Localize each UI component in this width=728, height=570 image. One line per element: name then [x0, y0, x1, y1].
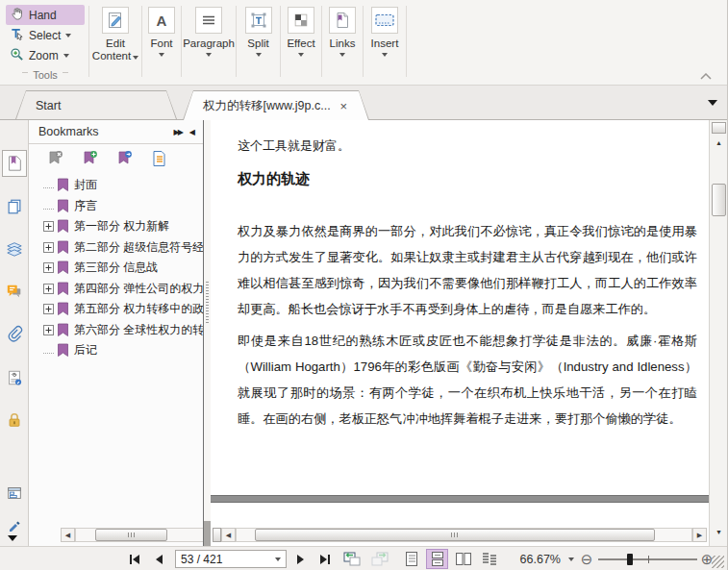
expand-current-bookmark-icon[interactable]	[150, 149, 167, 166]
scrollbar-thumb[interactable]	[95, 529, 167, 541]
ribbon-toolbar: Hand Select Zoom Tools Edit Content A Fo…	[0, 0, 727, 86]
security-panel-icon[interactable]	[5, 410, 24, 430]
edit-content-button[interactable]: Edit Content	[89, 0, 141, 85]
scrollbar-track[interactable]	[236, 528, 692, 542]
scroll-up-icon[interactable]: ▲	[712, 136, 726, 149]
zoom-out-button[interactable]: ⊖	[578, 547, 595, 570]
previous-view-button[interactable]	[340, 547, 364, 570]
layers-panel-icon[interactable]	[5, 239, 24, 259]
tab-start[interactable]: Start	[15, 90, 177, 119]
window-resize-grip[interactable]	[712, 556, 724, 568]
scrollbar-split-box[interactable]	[712, 122, 726, 134]
bookmark-item[interactable]: 第四部分 弹性公司的权力	[29, 279, 203, 300]
collapse-ribbon-icon[interactable]	[700, 69, 712, 83]
zoom-level-value[interactable]: 66.67%	[505, 547, 561, 570]
main-workspace: Bookmarks ▶▶ ◀ 封面	[0, 120, 728, 546]
insert-button[interactable]: Insert	[364, 0, 406, 85]
tab-list-dropdown-icon[interactable]	[708, 100, 717, 106]
scrollbar-thumb[interactable]	[712, 184, 726, 216]
hand-tool-button[interactable]: Hand	[6, 5, 85, 25]
bookmark-item[interactable]: 后记	[29, 340, 203, 361]
facing-view-button[interactable]	[452, 549, 474, 569]
document-vertical-scrollbar[interactable]: ▲ ▼	[709, 120, 728, 546]
expand-node-icon[interactable]	[43, 325, 54, 335]
first-page-button[interactable]	[125, 547, 144, 570]
expand-node-icon[interactable]	[43, 262, 54, 273]
bookmark-flag-icon	[57, 240, 69, 255]
single-page-view-button[interactable]	[400, 549, 422, 569]
links-button[interactable]: Links	[322, 0, 363, 85]
select-tool-button[interactable]: Select	[6, 25, 85, 45]
font-button[interactable]: A Font	[142, 0, 181, 85]
bookmark-item[interactable]: 封面	[29, 175, 203, 196]
expand-panel-icon[interactable]: ▶▶	[174, 128, 182, 136]
zoom-tool-button[interactable]: Zoom	[6, 45, 85, 65]
paragraph-button[interactable]: Paragraph	[182, 0, 236, 85]
bookmark-item[interactable]: 序言	[29, 196, 203, 217]
continuous-facing-view-button[interactable]	[478, 549, 500, 569]
status-bar: 53 / 421 66.67% ⊖ ⊕	[0, 546, 727, 570]
delete-bookmark-icon[interactable]	[46, 149, 63, 166]
zoom-slider-track[interactable]	[598, 558, 697, 560]
bookmark-item[interactable]: 第三部分 信息战	[29, 258, 203, 279]
document-line: 这个工具就是财富。	[238, 137, 350, 155]
bookmark-item[interactable]: 第一部分 权力新解	[29, 216, 203, 237]
expand-node-icon[interactable]	[43, 304, 54, 314]
expand-node-icon[interactable]	[43, 221, 54, 232]
pages-panel-icon[interactable]	[5, 197, 24, 216]
comments-panel-icon[interactable]	[5, 282, 24, 301]
bookmark-label: 序言	[74, 198, 97, 214]
bookmarks-panel-title: Bookmarks	[38, 125, 99, 138]
bookmark-label: 第二部分 超级信息符号经济	[74, 239, 203, 256]
bookmarks-panel: Bookmarks ▶▶ ◀ 封面	[29, 120, 203, 546]
attachments-panel-icon[interactable]	[5, 324, 24, 343]
document-page-view[interactable]: 这个工具就是财富。 权力的轨迹 权力及暴力依然是商界的一部分，对此我们不必惊诧，…	[211, 120, 709, 546]
page-number-input[interactable]: 53 / 421	[175, 550, 287, 568]
scroll-left-icon[interactable]: ◀	[221, 528, 236, 542]
insert-label: Insert	[371, 37, 399, 50]
collapse-panel-icon[interactable]: ◀	[189, 128, 195, 136]
add-bookmark-icon[interactable]	[81, 149, 98, 166]
more-panels-dropdown-icon[interactable]	[8, 535, 17, 541]
tab-document[interactable]: 权力的转移[www.j9p.c... ×	[183, 90, 369, 120]
tab-close-icon[interactable]: ×	[338, 100, 349, 112]
scroll-down-icon[interactable]: ▼	[712, 525, 726, 538]
panel-splitter[interactable]	[203, 120, 211, 546]
scrollbar-thumb[interactable]	[255, 529, 655, 541]
next-page-icon	[296, 554, 306, 565]
scrollbar-track[interactable]	[75, 528, 203, 542]
bookmark-flag-icon	[57, 282, 69, 296]
bookmark-flag-icon	[57, 199, 69, 213]
bookmark-item[interactable]: 第二部分 超级信息符号经济	[29, 237, 203, 259]
bookmarks-panel-icon[interactable]	[5, 154, 24, 173]
next-page-button[interactable]	[293, 547, 309, 570]
last-page-button[interactable]	[315, 547, 335, 570]
expand-node-icon[interactable]	[43, 242, 54, 253]
zoom-slider-thumb[interactable]	[627, 554, 633, 565]
annotations-panel-icon[interactable]	[5, 516, 24, 535]
bookmarks-horizontal-scrollbar[interactable]: ◀ ▶	[61, 528, 203, 542]
split-dropdown-arrow-icon	[256, 53, 262, 57]
bookmark-item[interactable]: 第五部分 权力转移中的政治	[29, 299, 203, 320]
continuous-view-button[interactable]	[426, 549, 448, 569]
document-heading: 权力的轨迹	[238, 170, 310, 188]
zoom-dropdown-button[interactable]	[565, 547, 577, 570]
paragraph-label: Paragraph	[183, 37, 235, 50]
expand-node-icon[interactable]	[43, 284, 54, 294]
next-view-button[interactable]	[368, 547, 391, 570]
scroll-right-icon[interactable]: ▶	[692, 528, 707, 542]
split-button[interactable]: Split	[237, 0, 280, 85]
scrollbar-split-box[interactable]	[213, 528, 221, 542]
bookmark-item[interactable]: 第六部分 全球性权力的转移	[29, 320, 203, 341]
document-horizontal-scrollbar[interactable]: ◀ ▶	[213, 528, 707, 542]
last-page-icon	[318, 554, 332, 565]
signatures-panel-icon[interactable]	[5, 368, 24, 387]
zoom-slider[interactable]	[598, 547, 697, 570]
go-to-bookmark-icon[interactable]	[115, 149, 133, 166]
tree-connector	[43, 347, 54, 354]
bookmark-label: 后记	[74, 342, 97, 359]
previous-page-button[interactable]	[151, 547, 166, 570]
effect-button[interactable]: Effect	[281, 0, 321, 85]
form-fields-panel-icon[interactable]	[5, 483, 24, 503]
scroll-left-icon[interactable]: ◀	[61, 528, 75, 542]
